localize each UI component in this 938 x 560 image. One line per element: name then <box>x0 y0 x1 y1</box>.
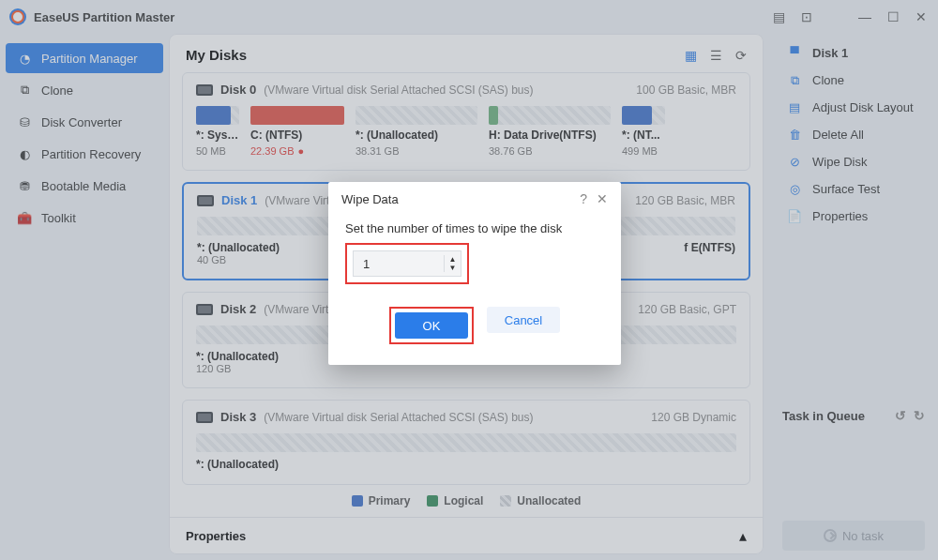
dialog-title: Wipe Data <box>341 192 570 206</box>
wipe-count-value[interactable]: 1 <box>354 257 444 271</box>
cancel-button[interactable]: Cancel <box>487 307 560 333</box>
wipe-count-stepper[interactable]: 1 ▲ ▼ <box>353 250 461 277</box>
ok-button[interactable]: OK <box>395 312 468 339</box>
dialog-close-icon[interactable]: ✕ <box>597 191 608 206</box>
ok-label: OK <box>423 319 441 333</box>
highlight-box-stepper: 1 ▲ ▼ <box>345 243 469 284</box>
help-icon[interactable]: ? <box>580 191 587 206</box>
stepper-down-icon[interactable]: ▼ <box>445 264 461 272</box>
wipe-data-dialog: Wipe Data ? ✕ Set the number of times to… <box>328 182 621 365</box>
dialog-prompt: Set the number of times to wipe the disk <box>345 221 604 235</box>
highlight-box-ok: OK <box>389 307 474 344</box>
stepper-up-icon[interactable]: ▲ <box>445 255 461 264</box>
cancel-label: Cancel <box>505 313 542 327</box>
